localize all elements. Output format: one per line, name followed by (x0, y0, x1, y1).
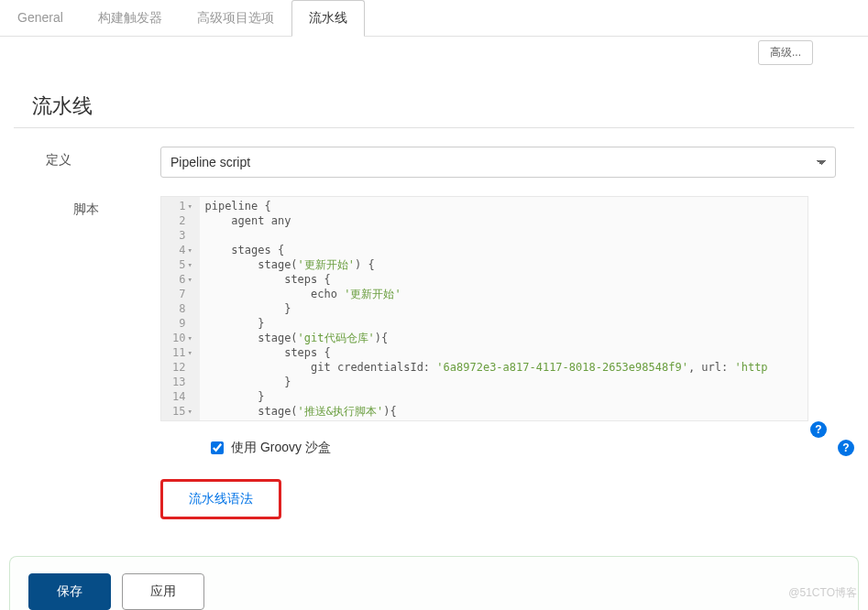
gutter-line: 2 (161, 213, 200, 228)
script-row: 脚本 1▾234▾5▾6▾78910▾11▾12131415▾ pipeline… (0, 196, 868, 421)
editor-body[interactable]: pipeline { agent any stages { stage('更新开… (200, 197, 808, 420)
pipeline-script-editor[interactable]: 1▾234▾5▾6▾78910▾11▾12131415▾ pipeline { … (160, 196, 808, 421)
tab-pipeline[interactable]: 流水线 (291, 0, 365, 37)
footer-bar: 保存 应用 (9, 556, 859, 610)
syntax-link-wrap: 流水线语法 (160, 479, 281, 519)
tab-general[interactable]: General (0, 0, 81, 36)
definition-label: 定义 (14, 147, 160, 169)
advanced-button[interactable]: 高级... (758, 40, 813, 65)
editor-gutter: 1▾234▾5▾6▾78910▾11▾12131415▾ (161, 197, 200, 420)
code-line[interactable]: stage('git代码仓库'){ (200, 331, 808, 345)
code-line[interactable]: steps { (200, 272, 808, 287)
top-button-row: 高级... (0, 37, 868, 65)
gutter-line: 1▾ (161, 199, 200, 213)
code-line[interactable]: stage('推送&执行脚本'){ (200, 404, 808, 419)
code-line[interactable]: } (200, 375, 808, 389)
code-line[interactable] (200, 228, 808, 243)
gutter-line: 12 (161, 360, 200, 375)
sandbox-row: 使用 Groovy 沙盒 ? (0, 440, 868, 456)
tab-build-triggers[interactable]: 构建触发器 (81, 0, 180, 36)
code-line[interactable]: } (200, 389, 808, 404)
code-line[interactable]: } (200, 316, 808, 331)
watermark: @51CTO博客 (788, 585, 857, 601)
gutter-line: 14 (161, 389, 200, 404)
gutter-line: 10▾ (161, 331, 200, 345)
sandbox-label: 使用 Groovy 沙盒 (231, 440, 331, 456)
gutter-line: 8 (161, 301, 200, 316)
sandbox-checkbox[interactable] (211, 441, 224, 454)
code-line[interactable]: echo '更新开始' (200, 287, 808, 301)
gutter-line: 6▾ (161, 272, 200, 287)
save-button[interactable]: 保存 (28, 573, 111, 610)
code-line[interactable]: git credentialsId: '6a8972e3-a817-4117-8… (200, 360, 808, 375)
definition-select[interactable]: Pipeline script (160, 147, 836, 178)
pipeline-syntax-link[interactable]: 流水线语法 (160, 479, 281, 519)
code-line[interactable]: agent any (200, 213, 808, 228)
apply-button[interactable]: 应用 (122, 573, 204, 610)
definition-row: 定义 Pipeline script (0, 147, 868, 178)
code-line[interactable]: pipeline { (200, 199, 808, 213)
gutter-line: 3 (161, 228, 200, 243)
gutter-line: 13 (161, 375, 200, 389)
code-line[interactable]: } (200, 301, 808, 316)
gutter-line: 7 (161, 287, 200, 301)
tab-advanced-options[interactable]: 高级项目选项 (180, 0, 291, 36)
section-title-pipeline: 流水线 (14, 65, 854, 128)
gutter-line: 5▾ (161, 257, 200, 272)
script-label: 脚本 (14, 196, 160, 218)
code-line[interactable]: stages { (200, 243, 808, 257)
gutter-line: 11▾ (161, 345, 200, 360)
code-line[interactable]: stage('更新开始') { (200, 257, 808, 272)
gutter-line: 4▾ (161, 243, 200, 257)
help-icon[interactable]: ? (838, 440, 854, 456)
help-icon[interactable]: ? (810, 421, 827, 438)
code-line[interactable]: steps { (200, 345, 808, 360)
config-tabs: General 构建触发器 高级项目选项 流水线 (0, 0, 868, 37)
gutter-line: 15▾ (161, 404, 200, 419)
gutter-line: 9 (161, 316, 200, 331)
